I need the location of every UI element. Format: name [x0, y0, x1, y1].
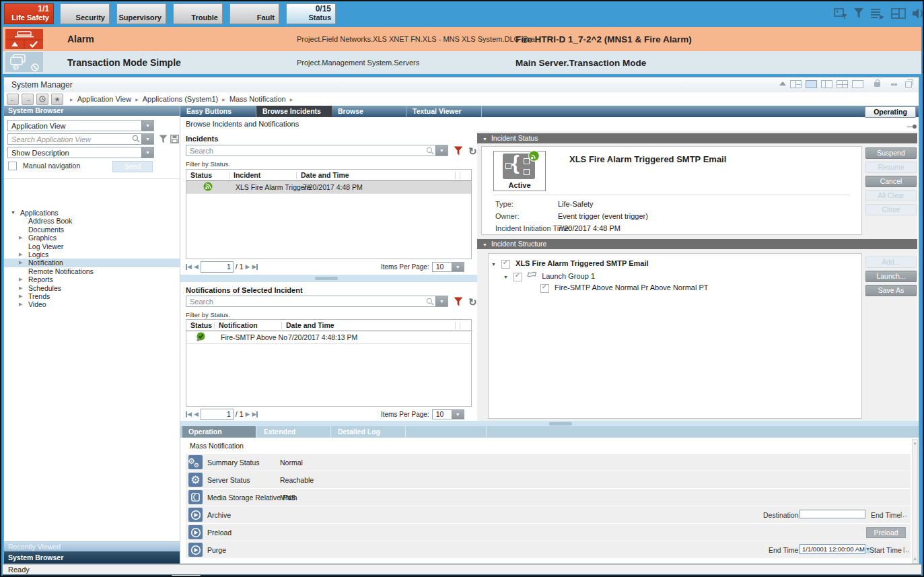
- chevron-down-icon[interactable]: ▼: [452, 410, 464, 419]
- display-mode-select[interactable]: Show Description ▼: [7, 147, 154, 158]
- page-input[interactable]: [201, 261, 234, 273]
- recently-viewed-bar[interactable]: Recently Viewed: [4, 541, 180, 551]
- pin-icon[interactable]: [907, 125, 917, 129]
- send-button[interactable]: Send: [112, 161, 153, 172]
- filter-icon[interactable]: [159, 135, 168, 145]
- system-browser-bar[interactable]: System Browser: [4, 551, 180, 564]
- preload-button[interactable]: Preload: [866, 527, 906, 538]
- tab-operation[interactable]: Operation: [182, 426, 256, 438]
- save-icon[interactable]: [170, 135, 179, 145]
- search-input[interactable]: [8, 135, 132, 144]
- col-notification[interactable]: Notification: [215, 322, 282, 329]
- layout-single-icon[interactable]: [806, 80, 817, 88]
- history-button[interactable]: [36, 94, 48, 105]
- launch-button[interactable]: Launch...: [865, 271, 917, 282]
- tree-item[interactable]: ▶Reports: [4, 275, 180, 283]
- first-page-button[interactable]: ◀: [186, 263, 192, 270]
- notification-row[interactable]: Fire-SMTP Above No 7/20/2017 4:48:13 PM: [186, 331, 471, 344]
- layout-split-icon[interactable]: [790, 80, 802, 88]
- category-status[interactable]: 0/15 Status: [286, 3, 336, 24]
- tree-item[interactable]: ▶Logics: [4, 250, 180, 259]
- back-button[interactable]: ←: [7, 94, 19, 105]
- resume-button[interactable]: Resume: [865, 162, 917, 173]
- operating-mode-button[interactable]: Operating: [865, 106, 916, 118]
- tree-item-applications[interactable]: ▼Applications: [4, 209, 180, 217]
- chevron-down-icon[interactable]: ▼: [435, 296, 448, 306]
- tab-browse-notifications[interactable]: Browse Notifications: [332, 106, 406, 117]
- suspend-button[interactable]: Suspend: [865, 147, 917, 159]
- close-button[interactable]: Close: [865, 204, 917, 215]
- all-clear-button[interactable]: All Clear: [865, 190, 917, 201]
- checkbox-checked[interactable]: ✔: [540, 284, 549, 293]
- category-security[interactable]: Security: [60, 3, 110, 24]
- ops-row-media-storage[interactable]: Media Storage Relative Path MNS: [186, 489, 911, 506]
- chevron-down-icon[interactable]: ▼: [141, 134, 153, 144]
- filter-icon[interactable]: [454, 297, 463, 308]
- horizontal-splitter[interactable]: [180, 421, 919, 426]
- collapse-icon[interactable]: [779, 81, 786, 86]
- tree-item[interactable]: ▶Trends: [4, 292, 180, 300]
- items-per-page-select[interactable]: 10 ▼: [432, 409, 464, 419]
- category-trouble[interactable]: Trouble: [173, 3, 223, 24]
- col-status[interactable]: Status: [186, 322, 215, 329]
- tree-item[interactable]: Remote Notifications: [4, 267, 180, 275]
- incident-status-header[interactable]: ▼Incident Status: [477, 133, 917, 143]
- end-time-select[interactable]: 1/1/0001 12:00:00 AM ▼: [799, 544, 865, 554]
- collapse-arrow-icon[interactable]: ▼: [483, 242, 487, 247]
- favorites-button[interactable]: ★: [51, 94, 63, 105]
- graphic-filter-icon[interactable]: [834, 7, 847, 20]
- ops-row-summary-status[interactable]: ⚙⚙ Summary Status Normal: [186, 454, 911, 471]
- restore-icon[interactable]: [905, 81, 912, 88]
- refresh-icon[interactable]: ↻: [468, 145, 477, 158]
- tree-item[interactable]: Log Viewer: [4, 242, 180, 250]
- breadcrumb-item[interactable]: Applications (System1): [143, 95, 219, 103]
- incident-row[interactable]: XLS Fire Alarm Triggere 7/20/2017 4:48 P…: [186, 181, 471, 194]
- layout-left-pane-icon[interactable]: [821, 80, 832, 88]
- incident-structure-header[interactable]: ▼Incident Structure: [477, 239, 917, 249]
- search-input[interactable]: [186, 146, 426, 156]
- tree-item[interactable]: ▶Graphics: [4, 234, 180, 242]
- layout-wide-icon[interactable]: [852, 80, 863, 88]
- category-life-safety[interactable]: 1/1 Life Safety: [4, 3, 54, 24]
- prev-page-button[interactable]: ◀: [194, 411, 199, 417]
- checkbox-checked[interactable]: ✔: [513, 273, 522, 281]
- tab-browse-incidents[interactable]: Browse Incidents: [256, 106, 332, 117]
- minimize-icon[interactable]: [891, 83, 897, 86]
- event-list-icon[interactable]: [870, 7, 885, 20]
- col-date[interactable]: Date and Time: [297, 172, 456, 179]
- end-time-stub[interactable]: |,,: [900, 511, 907, 518]
- next-page-button[interactable]: ▶: [246, 263, 250, 270]
- vertical-scrollbar[interactable]: ▲ ▼: [912, 439, 918, 564]
- event-row-transaction[interactable]: ⚙ Transaction Mode Simple Project.Manage…: [3, 51, 921, 74]
- refresh-icon[interactable]: ↻: [468, 296, 477, 308]
- items-per-page-select[interactable]: 10 ▼: [432, 262, 464, 272]
- view-select[interactable]: Application View ▼: [7, 120, 154, 131]
- search-input[interactable]: [186, 297, 426, 306]
- chevron-down-icon[interactable]: ▼: [141, 147, 153, 158]
- horizontal-splitter[interactable]: [180, 275, 477, 282]
- tab-easy-buttons[interactable]: Easy Buttons: [180, 106, 256, 117]
- table-header[interactable]: Status Notification Date and Time: [186, 320, 471, 331]
- structure-node[interactable]: ▼ ✔ Launch Group 1: [503, 271, 595, 281]
- ops-row-server-status[interactable]: ⚙ Server Status Reachable: [186, 471, 911, 488]
- tree-item[interactable]: Address Book: [4, 217, 180, 225]
- funnel-icon[interactable]: [853, 7, 864, 20]
- prev-page-button[interactable]: ◀: [194, 263, 199, 270]
- first-page-button[interactable]: ◀: [186, 411, 192, 417]
- tree-item[interactable]: Documents: [4, 226, 180, 234]
- layout-panes-icon[interactable]: [891, 7, 906, 20]
- save-as-button[interactable]: Save As: [865, 285, 917, 296]
- tree-item[interactable]: ▶Video: [4, 300, 180, 308]
- ops-row-archive[interactable]: Archive Destination End Time |,,: [186, 506, 911, 523]
- structure-node[interactable]: ✔ Fire-SMTP Above Normal Pr Above Normal…: [537, 283, 708, 293]
- table-header[interactable]: Status Incident Date and Time: [186, 170, 471, 181]
- col-date[interactable]: Date and Time: [282, 322, 456, 329]
- tab-extended-operation[interactable]: Extended Operation: [258, 426, 331, 438]
- category-fault[interactable]: Fault: [229, 3, 279, 24]
- speaker-icon[interactable]: [912, 7, 924, 20]
- add-button[interactable]: Add...: [865, 257, 917, 268]
- category-supervisory[interactable]: Supervisory: [116, 3, 166, 24]
- col-incident[interactable]: Incident: [229, 172, 297, 179]
- tab-textual-viewer[interactable]: Textual Viewer: [406, 106, 482, 117]
- breadcrumb-item[interactable]: Mass Notification: [229, 95, 286, 103]
